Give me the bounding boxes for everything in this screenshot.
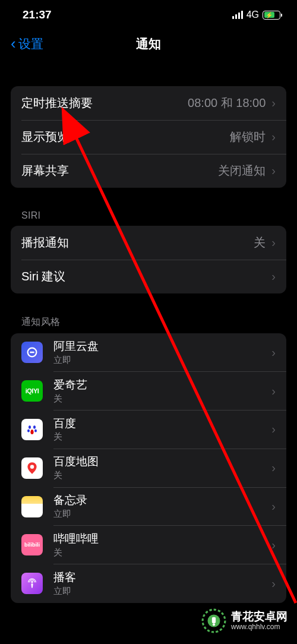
row-value: 关闭通知 <box>218 163 266 179</box>
app-name: 百度地图 <box>53 455 271 469</box>
row-label: 显示预览 <box>21 129 230 145</box>
app-name: 阿里云盘 <box>53 340 271 353</box>
battery-icon: ⚡ <box>263 11 280 20</box>
app-sub: 关 <box>53 431 271 442</box>
row-value: 08:00 和 18:00 <box>188 95 266 111</box>
app-icon-baidu-map <box>21 457 43 479</box>
row-show-preview[interactable]: 显示预览 解锁时 › <box>11 120 286 154</box>
chevron-right-icon: › <box>271 236 276 250</box>
app-sub: 关 <box>53 470 271 481</box>
app-icon-iqiyi: iQIYI <box>21 380 43 402</box>
chevron-right-icon: › <box>271 270 276 283</box>
row-label: 播报通知 <box>21 235 254 251</box>
settings-group-siri: 播报通知 关 › Siri 建议 › <box>11 226 286 293</box>
chevron-right-icon: › <box>271 384 276 398</box>
row-scheduled-summary[interactable]: 定时推送摘要 08:00 和 18:00 › <box>11 86 286 120</box>
chevron-right-icon: › <box>271 538 276 552</box>
settings-group-general: 定时推送摘要 08:00 和 18:00 › 显示预览 解锁时 › 屏幕共享 关… <box>11 86 286 188</box>
watermark-logo-icon <box>201 608 226 633</box>
svg-point-4 <box>34 429 37 432</box>
app-row-baidu-map[interactable]: 百度地图 关 › <box>11 449 286 487</box>
app-row-notes[interactable]: 备忘录 立即 › <box>11 487 286 526</box>
svg-rect-11 <box>212 617 216 624</box>
row-value: 关 <box>254 235 266 251</box>
signal-icon <box>232 11 243 19</box>
chevron-right-icon: › <box>271 461 276 475</box>
app-sub: 立即 <box>53 586 271 596</box>
app-row-podcast[interactable]: 播客 立即 › <box>11 564 286 603</box>
app-name: 百度 <box>53 417 271 431</box>
app-row-aliyun[interactable]: 阿里云盘 立即 › <box>11 333 286 372</box>
chevron-right-icon: › <box>271 164 276 178</box>
app-icon-notes <box>21 496 43 517</box>
app-sub: 立即 <box>53 355 271 365</box>
row-label: 屏幕共享 <box>21 163 218 179</box>
svg-point-12 <box>213 623 215 626</box>
chevron-right-icon: › <box>271 130 276 144</box>
app-row-iqiyi[interactable]: iQIYI 爱奇艺 关 › <box>11 372 286 411</box>
network-label: 4G <box>247 10 259 20</box>
status-bar: 21:37 4G ⚡ <box>0 0 297 26</box>
app-row-bilibili[interactable]: bilibili 哔哩哔哩 关 › <box>11 526 286 564</box>
row-label: Siri 建议 <box>21 269 271 285</box>
section-header-style: 通知风格 <box>11 293 286 333</box>
app-name: 备忘录 <box>53 494 271 507</box>
watermark-url: www.qhhlv.com <box>231 623 287 631</box>
app-sub: 关 <box>53 393 271 404</box>
chevron-right-icon: › <box>271 422 276 436</box>
app-icon-aliyun <box>21 342 43 363</box>
app-icon-bilibili: bilibili <box>21 534 43 555</box>
watermark-title: 青花安卓网 <box>231 611 287 623</box>
app-sub: 关 <box>53 547 271 558</box>
chevron-right-icon: › <box>271 346 276 359</box>
section-header-siri: SIRI <box>11 188 286 226</box>
app-row-baidu[interactable]: 百度 关 › <box>11 411 286 449</box>
row-value: 解锁时 <box>230 129 266 145</box>
page-title: 通知 <box>136 36 161 52</box>
row-label: 定时推送摘要 <box>21 95 188 111</box>
watermark: 青花安卓网 www.qhhlv.com <box>201 608 287 633</box>
chevron-left-icon: ‹ <box>11 34 16 53</box>
status-indicators: 4G ⚡ <box>232 10 280 20</box>
chevron-right-icon: › <box>271 577 276 591</box>
app-name: 播客 <box>53 571 271 585</box>
nav-bar: ‹ 设置 通知 <box>0 26 297 61</box>
svg-point-3 <box>27 429 30 432</box>
row-screen-sharing[interactable]: 屏幕共享 关闭通知 › <box>11 154 286 188</box>
svg-point-1 <box>29 425 31 429</box>
app-icon-baidu <box>21 419 43 440</box>
app-icon-podcast <box>21 573 43 594</box>
app-sub: 立即 <box>53 509 271 519</box>
chevron-right-icon: › <box>271 500 276 513</box>
settings-group-apps: 阿里云盘 立即 › iQIYI 爱奇艺 关 › 百度 关 › <box>11 333 286 603</box>
chevron-right-icon: › <box>271 96 276 110</box>
back-button[interactable]: ‹ 设置 <box>11 34 43 53</box>
row-siri-suggestions[interactable]: Siri 建议 › <box>11 260 286 293</box>
status-time: 21:37 <box>23 8 52 21</box>
svg-point-6 <box>31 581 33 583</box>
app-name: 爱奇艺 <box>53 378 271 392</box>
app-name: 哔哩哔哩 <box>53 532 271 546</box>
svg-point-5 <box>30 465 34 469</box>
row-announce-notifications[interactable]: 播报通知 关 › <box>11 226 286 260</box>
svg-point-2 <box>33 425 36 429</box>
back-label: 设置 <box>18 36 43 52</box>
